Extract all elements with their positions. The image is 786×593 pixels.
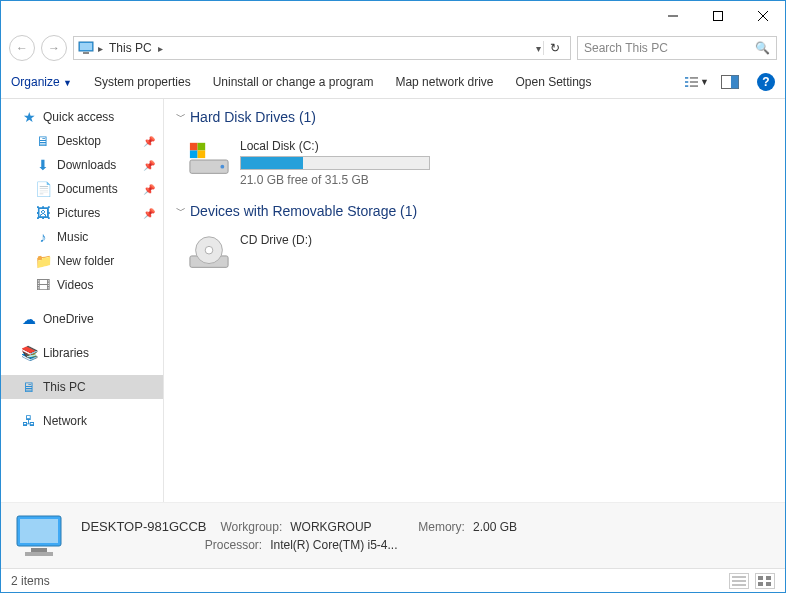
folder-icon: 📁: [35, 253, 51, 269]
sidebar-item-desktop[interactable]: 🖥 Desktop 📌: [1, 129, 163, 153]
sidebar-item-network[interactable]: 🖧 Network: [1, 409, 163, 433]
sidebar-item-music[interactable]: ♪ Music: [1, 225, 163, 249]
main-area: ★ Quick access 🖥 Desktop 📌 ⬇ Downloads 📌…: [1, 99, 785, 502]
section-label: Hard Disk Drives (1): [190, 109, 316, 125]
svg-point-24: [205, 246, 213, 254]
refresh-icon[interactable]: ↻: [543, 41, 566, 55]
chevron-right-icon[interactable]: ▸: [158, 43, 163, 54]
help-button[interactable]: ?: [757, 73, 775, 91]
back-button[interactable]: ←: [9, 35, 35, 61]
chevron-down-icon: ﹀: [176, 110, 186, 124]
pin-icon: 📌: [143, 208, 155, 219]
maximize-button[interactable]: [695, 1, 740, 31]
svg-rect-20: [198, 150, 206, 158]
pc-icon: [78, 40, 94, 56]
history-dropdown-icon[interactable]: ▾: [536, 43, 541, 54]
processor-value: Intel(R) Core(TM) i5-4...: [270, 538, 397, 552]
details-pane: DESKTOP-981GCCB Workgroup: WORKGROUP Mem…: [1, 502, 785, 568]
pin-icon: 📌: [143, 160, 155, 171]
pin-icon: 📌: [143, 136, 155, 147]
open-settings-button[interactable]: Open Settings: [515, 75, 591, 89]
svg-rect-28: [25, 552, 53, 556]
sidebar-item-label: Desktop: [57, 134, 101, 148]
svg-rect-17: [190, 143, 198, 151]
svg-point-21: [220, 165, 224, 169]
sidebar-item-libraries[interactable]: 📚 Libraries: [1, 341, 163, 365]
svg-rect-1: [713, 12, 722, 21]
window-titlebar: [1, 1, 785, 31]
drive-icon: [188, 139, 230, 181]
onedrive-icon: ☁: [21, 311, 37, 327]
svg-rect-35: [766, 582, 771, 586]
music-icon: ♪: [35, 229, 51, 245]
sidebar-item-label: This PC: [43, 380, 86, 394]
pictures-icon: 🖼: [35, 205, 51, 221]
navigation-pane: ★ Quick access 🖥 Desktop 📌 ⬇ Downloads 📌…: [1, 99, 164, 502]
sidebar-item-label: Music: [57, 230, 88, 244]
svg-rect-26: [20, 519, 58, 543]
chevron-right-icon[interactable]: ▸: [98, 43, 103, 54]
preview-pane-button[interactable]: [721, 75, 745, 89]
pin-icon: 📌: [143, 184, 155, 195]
drive-item-cd-drive[interactable]: CD Drive (D:): [176, 227, 773, 281]
section-label: Devices with Removable Storage (1): [190, 203, 417, 219]
sidebar-item-label: Downloads: [57, 158, 116, 172]
sidebar-item-label: Videos: [57, 278, 93, 292]
breadcrumb-location[interactable]: This PC: [107, 41, 154, 55]
processor-label: Processor:: [205, 538, 262, 552]
sidebar-item-this-pc[interactable]: 🖥 This PC: [1, 375, 163, 399]
star-icon: ★: [21, 109, 37, 125]
sidebar-item-label: Libraries: [43, 346, 89, 360]
content-pane: ﹀ Hard Disk Drives (1) Local Disk (C:) 2…: [164, 99, 785, 502]
svg-rect-8: [690, 77, 698, 79]
view-options-button[interactable]: ▼: [685, 75, 709, 89]
item-count: 2 items: [11, 574, 50, 588]
svg-rect-12: [690, 85, 698, 87]
search-input[interactable]: Search This PC 🔍: [577, 36, 777, 60]
organize-menu[interactable]: Organize ▼: [11, 75, 72, 89]
sidebar-item-videos[interactable]: 🎞 Videos: [1, 273, 163, 297]
computer-name: DESKTOP-981GCCB: [81, 519, 206, 534]
drive-item-local-disk[interactable]: Local Disk (C:) 21.0 GB free of 31.5 GB: [176, 133, 773, 193]
memory-label: Memory:: [418, 520, 465, 534]
map-network-drive-button[interactable]: Map network drive: [395, 75, 493, 89]
svg-rect-11: [685, 85, 688, 87]
desktop-icon: 🖥: [35, 133, 51, 149]
sidebar-item-pictures[interactable]: 🖼 Pictures 📌: [1, 201, 163, 225]
sidebar-item-label: Quick access: [43, 110, 114, 124]
close-button[interactable]: [740, 1, 785, 31]
sidebar-item-label: Documents: [57, 182, 118, 196]
sidebar-item-new-folder[interactable]: 📁 New folder: [1, 249, 163, 273]
section-hard-disk-drives[interactable]: ﹀ Hard Disk Drives (1): [176, 109, 773, 125]
sidebar-item-documents[interactable]: 📄 Documents 📌: [1, 177, 163, 201]
section-removable-storage[interactable]: ﹀ Devices with Removable Storage (1): [176, 203, 773, 219]
libraries-icon: 📚: [21, 345, 37, 361]
svg-rect-14: [731, 75, 739, 88]
workgroup-label: Workgroup:: [220, 520, 282, 534]
sidebar-item-label: New folder: [57, 254, 114, 268]
breadcrumb[interactable]: ▸ This PC ▸ ▾ ↻: [73, 36, 571, 60]
sidebar-item-label: Network: [43, 414, 87, 428]
sidebar-item-quick-access[interactable]: ★ Quick access: [1, 105, 163, 129]
drive-name: Local Disk (C:): [240, 139, 430, 153]
system-properties-button[interactable]: System properties: [94, 75, 191, 89]
svg-rect-9: [685, 81, 688, 83]
forward-button[interactable]: →: [41, 35, 67, 61]
large-icons-view-button[interactable]: [755, 573, 775, 589]
svg-rect-7: [685, 77, 688, 79]
svg-rect-34: [758, 582, 763, 586]
sidebar-item-downloads[interactable]: ⬇ Downloads 📌: [1, 153, 163, 177]
svg-rect-27: [31, 548, 47, 552]
uninstall-program-button[interactable]: Uninstall or change a program: [213, 75, 374, 89]
documents-icon: 📄: [35, 181, 51, 197]
details-view-button[interactable]: [729, 573, 749, 589]
svg-rect-5: [80, 43, 92, 50]
minimize-button[interactable]: [650, 1, 695, 31]
workgroup-value: WORKGROUP: [290, 520, 410, 534]
svg-rect-33: [766, 576, 771, 580]
svg-rect-18: [198, 143, 206, 151]
search-icon: 🔍: [755, 41, 770, 55]
sidebar-item-onedrive[interactable]: ☁ OneDrive: [1, 307, 163, 331]
network-icon: 🖧: [21, 413, 37, 429]
chevron-down-icon: ﹀: [176, 204, 186, 218]
